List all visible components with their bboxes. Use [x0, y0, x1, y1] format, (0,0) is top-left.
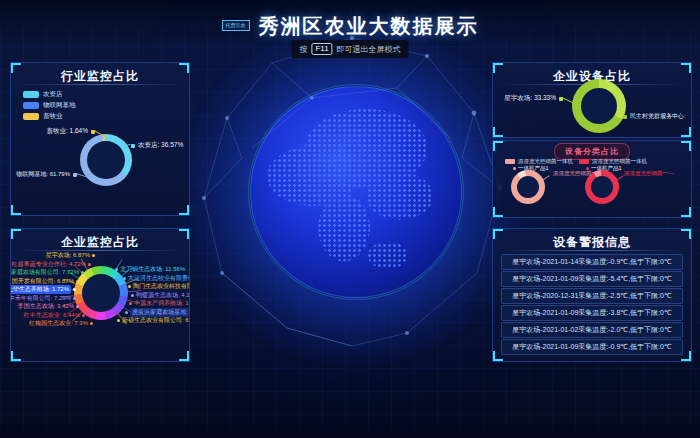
- industry-donut-chart[interactable]: [80, 134, 132, 186]
- f11-key-label: F11: [311, 43, 332, 55]
- label-dot: [123, 277, 126, 280]
- chart-label-text: 物联网基地: 61.79%: [16, 170, 70, 179]
- label-dot: [76, 305, 79, 308]
- donut-hole: [581, 88, 617, 124]
- legend-swatch: [23, 113, 39, 120]
- chart-label-text: 星宇农场: 33.33%: [504, 94, 556, 103]
- panel-equipment-ratio: 企业设备占比 星宇农场: 33.33% 民主村党群服务中心:: [492, 62, 692, 138]
- chart-label-iot: 物联网基地: 61.79%: [11, 170, 77, 179]
- panel-industry-monitor: 行业监控占比 农资店 物联网基地 畜牧业 畜牧业: 1.64% 农资店: 36.…: [10, 62, 190, 216]
- legend-swatch: [579, 159, 589, 164]
- label-dot: [559, 97, 563, 101]
- legend-item[interactable]: 畜牧业: [23, 111, 76, 122]
- chart-side-label: 温湿度光照细菌一—: [624, 170, 674, 177]
- page-title: 秀洲区农业大数据展示: [259, 13, 479, 40]
- chart-label: 红梅园生态农业: 7.3%: [11, 319, 93, 328]
- alarm-row: 星宇农场-2020-12-31采集温度:-2.5℃,低于下限:0℃: [501, 288, 683, 304]
- chart-label: 新硕生态农业有限公司: 6.87%: [117, 316, 190, 325]
- legend-label: 物联网基地: [43, 101, 76, 110]
- chart-label-text: 红梅园生态农业: 7.3%: [29, 319, 88, 328]
- alarm-row: 星宇农场-2021-01-09采集温度:-0.9℃,低于下限:0℃: [501, 339, 683, 355]
- legend-swatch: [23, 102, 39, 109]
- donut-hole: [591, 176, 613, 198]
- alarm-list: 星宇农场-2021-01-14采集温度:-0.9℃,低于下限:0℃ 星宇农场-2…: [501, 254, 683, 355]
- donut-hole: [517, 176, 539, 198]
- label-dot: [73, 297, 76, 300]
- dashboard-root: 托普云农秀洲区农业大数据展示 按 F11 即可退出全屏模式 行业监控占比 农资店…: [0, 0, 700, 438]
- panel-device-classification: 设备分类占比 温湿度光照细菌一体机 温湿度光照细菌一体机 一体机产品1 一体机产…: [492, 140, 692, 218]
- label-dot: [125, 311, 128, 314]
- label-dot: [131, 144, 135, 148]
- label-dot: [88, 263, 91, 266]
- panel-enterprise-monitor: 企业监控占比 星宇农场: 6.87% 红超果蔬专业合作社: 4.72% 家庭农场…: [10, 228, 190, 362]
- chart-label-store: 农资店: 36.57%: [131, 141, 183, 150]
- legend-swatch: [505, 159, 515, 164]
- chart-label-left: 星宇农场: 33.33%: [499, 94, 563, 103]
- header: 托普云农秀洲区农业大数据展示: [0, 13, 700, 40]
- label-dot: [91, 130, 95, 134]
- label-dot: [513, 167, 516, 170]
- label-dot: [76, 280, 79, 283]
- chart-label-text: 新硕生态农业有限公司: 6.87%: [122, 316, 190, 325]
- chart-legend: 农资店 物联网基地 畜牧业: [23, 89, 76, 122]
- divider: [19, 84, 181, 85]
- panel-title: 设备警报信息: [493, 234, 691, 251]
- label-dot: [115, 268, 118, 271]
- chart-label-text: 畜牧业: 1.64%: [46, 127, 88, 136]
- tip-prefix: 按: [299, 44, 307, 55]
- label-dot: [129, 302, 132, 305]
- label-dot: [128, 285, 131, 288]
- panel-title: 企业监控占比: [11, 234, 189, 251]
- label-dot: [92, 254, 95, 257]
- chart-label-right: 民主村党群服务中心:: [623, 112, 686, 121]
- legend-item[interactable]: 物联网基地: [23, 100, 76, 111]
- footer-band: [0, 422, 700, 438]
- divider: [501, 250, 683, 251]
- alarm-row: 星宇农场-2021-01-09采集温度:-5.4℃,低于下限:0℃: [501, 271, 683, 287]
- chart-label-text: 农资店: 36.57%: [138, 141, 183, 150]
- legend-label: 温湿度光照细菌一体机: [518, 158, 573, 165]
- label-dot: [623, 115, 627, 119]
- alarm-row: 星宇农场-2021-01-09采集温度:-3.8℃,低于下限:0℃: [501, 305, 683, 321]
- legend-label: 农资店: [43, 90, 63, 99]
- device-class-left-donut[interactable]: [511, 170, 545, 204]
- legend-item[interactable]: 温湿度光照细菌一体机: [505, 158, 573, 165]
- legend-item[interactable]: 温湿度光照细菌一体机: [579, 158, 647, 165]
- legend-swatch: [23, 91, 39, 98]
- legend-label: 畜牧业: [43, 112, 63, 121]
- legend-label: 温湿度光照细菌一体机: [592, 158, 647, 165]
- panel-device-alarms: 设备警报信息 星宇农场-2021-01-14采集温度:-0.9℃,低于下限:0℃…: [492, 228, 692, 362]
- tip-suffix: 即可退出全屏模式: [337, 44, 401, 55]
- donut-hole: [87, 141, 125, 179]
- alarm-row: 星宇农场-2021-01-02采集温度:-2.0℃,低于下限:0℃: [501, 322, 683, 338]
- globe-dot-map: [257, 93, 455, 291]
- fullscreen-tip: 按 F11 即可退出全屏模式: [291, 40, 408, 58]
- equipment-donut-chart[interactable]: [572, 79, 626, 133]
- chart-label-text: 民主村党群服务中心:: [630, 112, 686, 121]
- label-dot: [73, 288, 76, 291]
- label-dot: [81, 271, 84, 274]
- legend-item[interactable]: 农资店: [23, 89, 76, 100]
- label-dot: [117, 319, 120, 322]
- alarm-row: 星宇农场-2021-01-14采集温度:-0.9℃,低于下限:0℃: [501, 254, 683, 270]
- panel-title: 行业监控占比: [11, 68, 189, 85]
- label-dot: [73, 173, 77, 177]
- label-dot: [90, 322, 93, 325]
- donut-hole: [82, 274, 120, 312]
- chart-side-label: 温湿度光照细菌一—: [553, 170, 603, 177]
- chart-label-husbandry: 畜牧业: 1.64%: [29, 127, 95, 136]
- globe: [250, 86, 462, 298]
- label-dot: [82, 314, 85, 317]
- brand-logo: 托普云农: [222, 20, 250, 31]
- label-dot: [131, 294, 134, 297]
